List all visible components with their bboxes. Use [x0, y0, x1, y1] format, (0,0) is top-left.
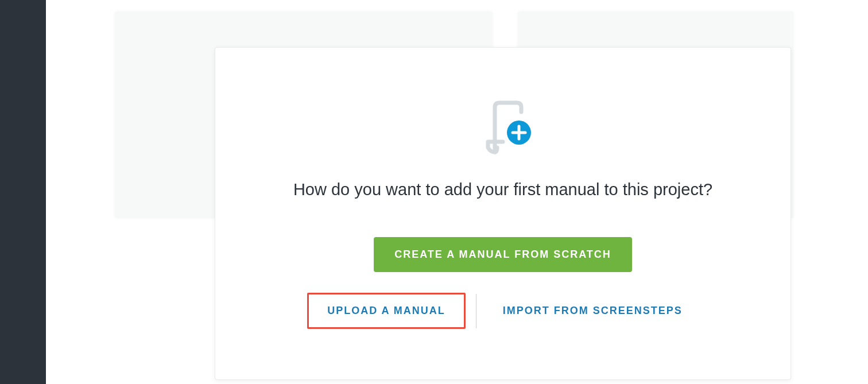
- document-add-icon: [474, 99, 532, 154]
- secondary-actions: UPLOAD A MANUAL IMPORT FROM SCREENSTEPS: [250, 293, 756, 329]
- vertical-separator: [476, 294, 476, 328]
- add-manual-modal: How do you want to add your first manual…: [215, 47, 791, 380]
- main-content: How do you want to add your first manual…: [46, 0, 868, 384]
- import-screensteps-button[interactable]: IMPORT FROM SCREENSTEPS: [487, 296, 699, 326]
- upload-manual-button[interactable]: UPLOAD A MANUAL: [307, 293, 466, 329]
- app-root: How do you want to add your first manual…: [0, 0, 868, 384]
- modal-heading: How do you want to add your first manual…: [290, 177, 715, 201]
- create-manual-button[interactable]: CREATE A MANUAL FROM SCRATCH: [374, 237, 632, 272]
- left-sidebar: [0, 0, 46, 384]
